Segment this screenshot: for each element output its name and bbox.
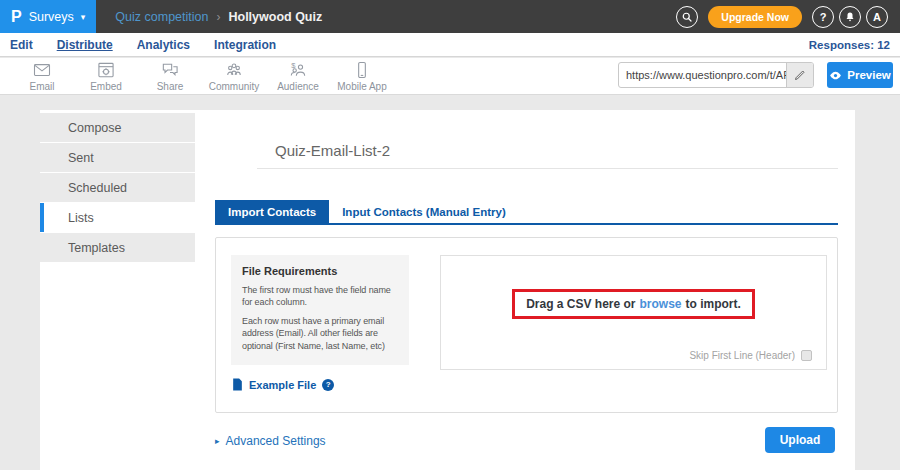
browse-link[interactable]: browse xyxy=(640,297,682,311)
example-file-link[interactable]: Example File ? xyxy=(232,378,334,391)
toolbar-label: Embed xyxy=(90,81,122,92)
edit-url-button[interactable] xyxy=(786,63,813,87)
contacts-tabs: Import Contacts Input Contacts (Manual E… xyxy=(215,200,838,225)
toolbar-item-share[interactable]: Share xyxy=(138,60,202,92)
survey-url-field[interactable]: https://www.questionpro.com/t/APNrFZ xyxy=(619,63,786,87)
survey-nav: Edit Distribute Analytics Integration Re… xyxy=(0,33,900,57)
nav-tab-distribute[interactable]: Distribute xyxy=(57,38,113,52)
upload-button[interactable]: Upload xyxy=(765,427,835,453)
surveys-menu-label: Surveys xyxy=(29,10,74,24)
file-icon xyxy=(232,378,243,391)
avatar-initial: A xyxy=(873,11,881,23)
breadcrumb-parent[interactable]: Quiz competition xyxy=(115,10,208,24)
lists-panel: Compose Sent Scheduled Lists Templates Q… xyxy=(40,110,855,470)
toolbar-label: Share xyxy=(157,81,184,92)
sidebar-item-scheduled[interactable]: Scheduled xyxy=(40,173,195,202)
nav-tab-integration[interactable]: Integration xyxy=(214,38,276,52)
eye-icon xyxy=(829,69,842,82)
mobile-app-icon xyxy=(352,60,372,80)
breadcrumb: Quiz competition › Hollywood Quiz xyxy=(115,10,322,24)
upgrade-now-button[interactable]: Upgrade Now xyxy=(708,6,802,28)
toolbar-item-community[interactable]: Community xyxy=(202,60,266,92)
tab-import-contacts[interactable]: Import Contacts xyxy=(215,200,329,223)
toolbar-label: Audience xyxy=(277,81,319,92)
skip-first-line-checkbox[interactable] xyxy=(801,350,812,361)
lists-content: Quiz-Email-List-2 Import Contacts Input … xyxy=(195,110,855,470)
top-header: P Surveys ▾ Quiz competition › Hollywood… xyxy=(0,0,900,33)
account-avatar[interactable]: A xyxy=(866,6,888,28)
advanced-settings-label: Advanced Settings xyxy=(226,434,326,448)
search-icon xyxy=(681,11,693,23)
skip-first-line-label: Skip First Line (Header) xyxy=(689,350,795,361)
community-icon xyxy=(224,60,244,80)
file-requirements-title: File Requirements xyxy=(242,265,398,277)
sidebar-item-templates[interactable]: Templates xyxy=(40,233,195,262)
notifications-button[interactable] xyxy=(839,6,861,28)
help-icon-glyph: ? xyxy=(326,380,331,389)
pencil-icon xyxy=(794,69,806,81)
questionpro-logo-icon: P xyxy=(11,9,22,25)
annotation-highlight-box: Drag a CSV here or browse to import. xyxy=(512,289,755,319)
example-file-label: Example File xyxy=(249,379,316,391)
search-button[interactable] xyxy=(676,6,698,28)
csv-dropzone[interactable]: Drag a CSV here or browse to import. Ski… xyxy=(440,255,827,370)
sidebar-item-sent[interactable]: Sent xyxy=(40,143,195,172)
toolbar-item-mobile-app[interactable]: Mobile App xyxy=(330,60,394,92)
question-mark-icon: ? xyxy=(820,11,827,23)
email-icon xyxy=(32,60,52,80)
file-requirements-box: File Requirements The first row must hav… xyxy=(231,255,409,365)
email-sidebar: Compose Sent Scheduled Lists Templates xyxy=(40,113,195,263)
toolbar-label: Email xyxy=(29,81,54,92)
preview-label: Preview xyxy=(847,69,890,81)
import-contacts-panel: File Requirements The first row must hav… xyxy=(215,237,838,413)
preview-button[interactable]: Preview xyxy=(827,62,893,88)
help-icon[interactable]: ? xyxy=(322,379,334,391)
chevron-down-icon: ▾ xyxy=(81,12,86,22)
nav-tab-analytics[interactable]: Analytics xyxy=(137,38,190,52)
audience-icon: $ xyxy=(288,60,308,80)
file-requirements-line1: The first row must have the field name f… xyxy=(242,284,398,308)
toolbar-item-embed[interactable]: Embed xyxy=(74,60,138,92)
responses-count: Responses: 12 xyxy=(809,39,890,51)
share-icon xyxy=(160,60,180,80)
drag-csv-text-suffix: to import. xyxy=(686,297,741,311)
header-actions: Upgrade Now ? A xyxy=(676,6,900,28)
skip-first-line-row: Skip First Line (Header) xyxy=(689,350,812,361)
sidebar-item-lists[interactable]: Lists xyxy=(40,203,195,232)
advanced-settings-toggle[interactable]: ▸ Advanced Settings xyxy=(215,434,326,448)
drag-csv-text: Drag a CSV here or xyxy=(526,297,635,311)
triangle-right-icon: ▸ xyxy=(215,436,220,446)
bell-icon xyxy=(844,11,856,23)
title-divider xyxy=(257,168,838,169)
breadcrumb-separator-icon: › xyxy=(216,10,220,24)
tab-input-contacts-manual[interactable]: Input Contacts (Manual Entry) xyxy=(329,200,519,223)
breadcrumb-current: Hollywood Quiz xyxy=(228,10,322,24)
toolbar-label: Community xyxy=(209,81,260,92)
toolbar-item-email[interactable]: Email xyxy=(10,60,74,92)
sidebar-item-compose[interactable]: Compose xyxy=(40,113,195,142)
nav-tab-edit[interactable]: Edit xyxy=(10,38,33,52)
toolbar-label: Mobile App xyxy=(337,81,386,92)
survey-url-group: https://www.questionpro.com/t/APNrFZ xyxy=(618,62,814,88)
help-button[interactable]: ? xyxy=(812,6,834,28)
toolbar-item-audience[interactable]: $ Audience xyxy=(266,60,330,92)
embed-icon xyxy=(96,60,116,80)
email-list-title: Quiz-Email-List-2 xyxy=(275,142,390,159)
file-requirements-line2: Each row must have a primary email addre… xyxy=(242,315,398,351)
surveys-product-menu[interactable]: P Surveys ▾ xyxy=(0,0,96,33)
